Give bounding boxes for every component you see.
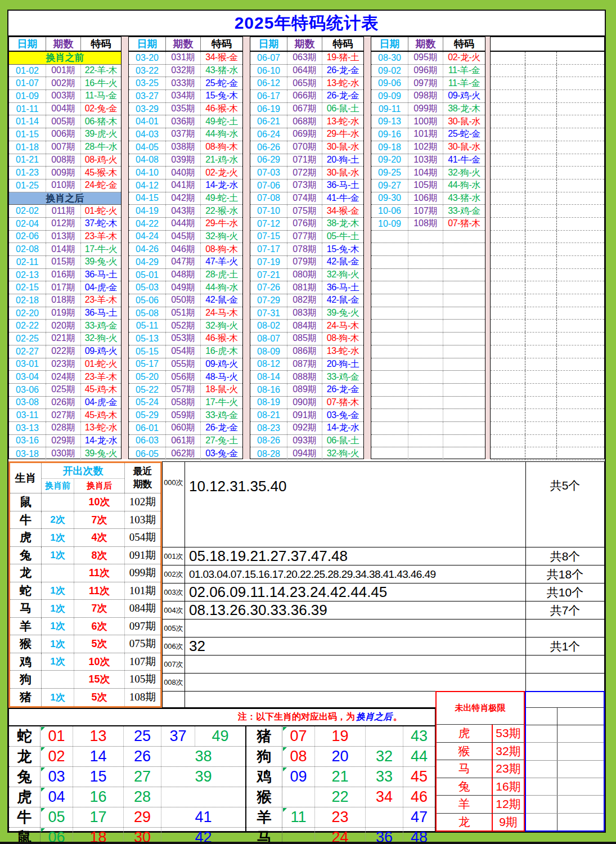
table-row: 07-03072期30-鼠-水	[250, 167, 363, 179]
before-count-cell: 1次	[42, 529, 74, 546]
total-cell: 共7个	[525, 601, 604, 619]
number-cell: 26	[124, 747, 161, 766]
period-cell	[408, 256, 443, 268]
empty-cell	[557, 294, 604, 307]
table-row: 07-12076期38-龙-木	[250, 218, 363, 231]
table-row: 01-15006期39-虎-火	[9, 128, 121, 141]
date-cell: 07-08	[250, 192, 287, 205]
table-row: 09-02096期11-羊-金	[371, 65, 485, 78]
date-cell: 08-12	[250, 358, 287, 371]
zodiac-label: 马	[246, 828, 282, 844]
empty-cell	[525, 345, 557, 358]
code-cell: 04-虎-金	[81, 397, 121, 409]
empty-row	[491, 77, 604, 90]
period-cell: 006期	[46, 128, 81, 141]
empty-cell	[557, 243, 604, 255]
empty-cell	[491, 256, 525, 268]
numbers-cell: 32	[185, 638, 525, 655]
period-cell: 010期	[46, 179, 81, 192]
zodiac-label: 猴	[246, 787, 282, 807]
period-cell: 008期	[46, 154, 81, 167]
date-cell: 01-14	[9, 115, 46, 128]
table-row: 04-12041期14-龙-水	[129, 179, 242, 192]
date-cell: 09-20	[371, 154, 408, 167]
code-cell: 26-龙-金	[201, 422, 242, 434]
numbers-cell: 02.06.09.11.14.23.24.42.44.45	[185, 583, 525, 601]
period-cell: 024期	[46, 371, 81, 383]
after-count-cell: 7次	[74, 600, 125, 617]
number-cell	[161, 787, 245, 807]
empty-cell	[525, 103, 557, 115]
empty-row	[491, 269, 604, 282]
before-count-cell: 1次	[42, 600, 74, 617]
statistics-sheet: 2025年特码统计表 日期期数特码换肖之前01-02001期22-羊-木01-0…	[0, 0, 616, 844]
date-cell: 05-01	[129, 269, 166, 281]
date-cell: 05-29	[129, 409, 166, 421]
period-cell: 094期	[287, 447, 322, 460]
table-row: 07-17078期15-兔-木	[250, 243, 363, 256]
date-cell: 05-20	[129, 371, 166, 383]
limit-row: 龙9期	[437, 814, 524, 831]
date-cell	[371, 256, 408, 268]
empty-cell	[557, 422, 604, 434]
zodiac-label: 猪	[246, 726, 282, 746]
table-row: 03-27034期15-兔-木	[129, 90, 242, 103]
date-cell: 06-17	[250, 90, 287, 102]
period-cell: 045期	[166, 231, 201, 243]
empty-cell	[525, 179, 557, 192]
date-cell: 09-06	[371, 77, 408, 89]
empty-cell	[557, 333, 604, 345]
code-cell: 39-兔-火	[81, 447, 121, 460]
period-cell: 083期	[287, 307, 322, 320]
period-cell	[408, 269, 443, 281]
date-cell: 02-27	[9, 345, 46, 358]
code-cell: 42-鼠-金	[322, 294, 363, 307]
date-cell: 05-13	[129, 333, 166, 345]
table-row: 04-19043期22-猴-水	[129, 205, 242, 218]
before-count-cell	[42, 671, 74, 688]
period-cell: 070期	[287, 141, 322, 154]
empty-cell	[491, 333, 525, 345]
period-cell: 080期	[287, 269, 322, 281]
table-row: 04-29047期47-羊-火	[129, 256, 242, 269]
code-header: 特码	[201, 37, 242, 51]
empty-cell	[557, 231, 604, 243]
empty-row	[371, 256, 485, 269]
empty-cell	[557, 345, 604, 358]
number-cell: 06	[41, 828, 73, 844]
period-cell: 042期	[166, 192, 201, 205]
date-header: 日期	[371, 37, 408, 51]
code-cell: 26-龙-金	[322, 384, 363, 396]
table-row: 06-12065期13-蛇-水	[250, 77, 363, 90]
period-cell: 034期	[166, 90, 201, 102]
limit-period-cell: 9期	[493, 814, 524, 831]
code-cell: 07-猪-木	[443, 218, 485, 230]
empty-cell	[557, 205, 604, 217]
number-cell: 38	[161, 747, 245, 766]
code-cell	[443, 307, 485, 320]
date-cell: 02-22	[9, 320, 46, 332]
date-header: 日期	[129, 37, 166, 51]
code-cell: 13-蛇-水	[322, 115, 363, 128]
code-cell: 37-蛇-木	[81, 218, 121, 230]
code-header: 特码	[81, 37, 121, 51]
table-row: 01-23009期45-猴-木	[9, 167, 121, 179]
table-row: 08-26093期06-鼠-土	[250, 435, 363, 448]
table-row: 06-03061期27-兔-土	[129, 435, 242, 448]
table-row: 01-21008期08-鸡-火	[9, 154, 121, 167]
date-cell: 06-26	[250, 141, 287, 154]
stats-row: 兔1次8次091期	[10, 547, 160, 565]
table-row: 10-09108期07-猪-木	[371, 218, 485, 231]
number-cell: 48	[403, 828, 435, 844]
code-cell: 32-狗-火	[322, 269, 363, 281]
empty-cell	[491, 65, 525, 77]
empty-cell	[525, 52, 557, 64]
recent-period-cell: 084期	[125, 600, 160, 617]
recent-period-cell: 099期	[125, 564, 160, 582]
date-cell: 09-09	[371, 90, 408, 102]
empty-row	[371, 409, 485, 422]
empty-row	[371, 243, 485, 256]
zodiac-cell: 鼠	[10, 493, 42, 511]
after-count-cell: 11次	[74, 582, 125, 600]
period-cell: 101期	[408, 128, 443, 141]
